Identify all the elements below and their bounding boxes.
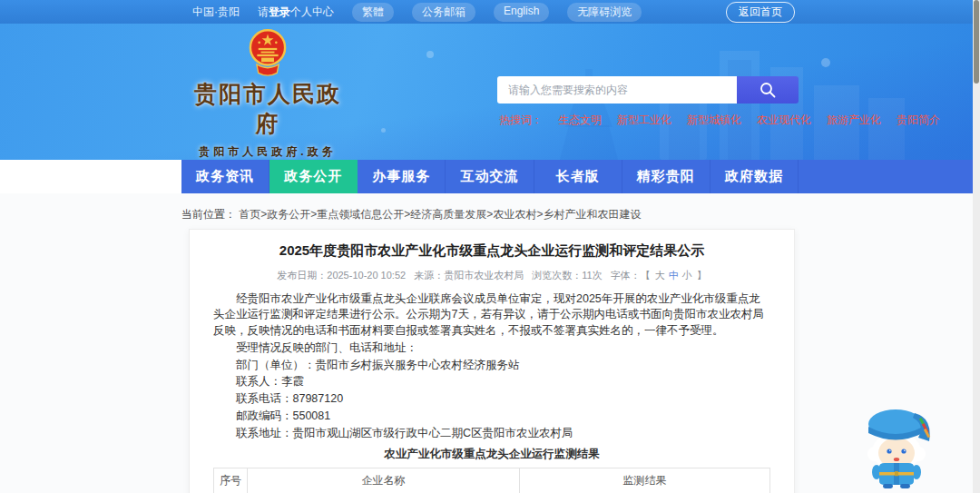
nav-tab[interactable]: 办事服务 — [358, 160, 446, 193]
topbar-pill-list: 繁體公务邮箱English无障碍浏览 — [352, 3, 642, 22]
search-input[interactable] — [497, 76, 737, 104]
article-source: 来源：贵阳市农业农村局 — [414, 270, 524, 281]
login-prefix: 请 — [258, 5, 269, 18]
monitoring-result-table: 序号 企业名称 监测结果 1 贵州合力超市采购有限公司 合格 2 贵州友禾种业有… — [213, 468, 770, 493]
nav-tab-label: 政务资讯 — [196, 168, 254, 185]
nav-tab[interactable]: 政务公开 — [270, 160, 358, 193]
national-emblem-icon — [248, 28, 288, 77]
font-size-button[interactable]: 中 — [669, 270, 679, 281]
nav-tab-label: 长者版 — [556, 168, 600, 185]
topbar-pill-link[interactable]: 无障碍浏览 — [567, 3, 642, 22]
nav-tab[interactable]: 互动交流 — [446, 160, 534, 193]
article-title: 2025年度贵阳市农业产业化市级重点龙头企业运行监测和评定结果公示 — [213, 241, 770, 261]
article-paragraph: 部门（单位）：贵阳市乡村振兴服务中心农村经济服务站 — [213, 358, 770, 374]
hot-search-row: 热搜词： 生态文明新型工业化新型城镇化农业现代化旅游产业化贵阳简介 — [499, 113, 940, 128]
col-header-company: 企业名称 — [247, 468, 519, 493]
article-paragraph: 联系人：李霞 — [213, 374, 770, 390]
article-paragraph: 邮政编码：550081 — [213, 409, 770, 425]
hot-search-label: 热搜词： — [499, 113, 543, 128]
hot-search-term-link[interactable]: 生态文明 — [558, 113, 602, 128]
article-meta: 发布日期：2025-10-20 10:52 来源：贵阳市农业农村局 浏览次数：1… — [213, 269, 770, 282]
font-size-controls: 大中小 — [653, 270, 694, 281]
site-subtitle: 贵阳市人民政府.政务 — [184, 144, 351, 160]
site-title: 贵阳市人民政府 — [184, 79, 351, 139]
site-banner: 贵阳市人民政府 贵阳市人民政府.政务 www.guiyang.gov.cn 热搜… — [0, 24, 973, 160]
topbar-pill-link[interactable]: 繁體 — [352, 3, 394, 22]
site-logo[interactable]: 贵阳市人民政府 贵阳市人民政府.政务 www.guiyang.gov.cn — [184, 28, 351, 160]
nav-tab-label: 政务公开 — [284, 168, 342, 185]
search-button[interactable] — [737, 76, 799, 104]
nav-tab-label: 办事服务 — [372, 168, 430, 185]
breadcrumb: 当前位置： 首页>政务公开>重点领域信息公开>经济高质量发展>农业农村>乡村产业… — [181, 207, 641, 222]
article-body: 经贵阳市农业产业化市级重点龙头企业联席会议成员单位审定，现对2025年开展的农业… — [213, 291, 770, 442]
breadcrumb-label: 当前位置： — [181, 208, 236, 221]
hot-search-terms: 生态文明新型工业化新型城镇化农业现代化旅游产业化贵阳简介 — [558, 113, 940, 128]
assistant-mascot[interactable] — [855, 399, 938, 490]
font-size-label: 字体：【 — [611, 270, 651, 281]
nav-tab-list: 政务资讯政务公开办事服务互动交流长者版精彩贵阳政府数据 — [181, 160, 799, 193]
article-paragraph: 联系电话：87987120 — [213, 391, 770, 408]
view-count: 浏览次数：11次 — [532, 270, 602, 281]
nav-tab[interactable]: 精彩贵阳 — [622, 160, 710, 193]
font-size-label-end: 】 — [697, 270, 707, 281]
region-link[interactable]: 中国·贵阳 — [192, 5, 240, 20]
article-paragraph: 受理情况反映的部门、电话和地址： — [213, 340, 770, 357]
login-suffix: 个人中心 — [290, 5, 334, 18]
back-home-button[interactable]: 返回首页 — [726, 2, 795, 23]
hot-search-term-link[interactable]: 农业现代化 — [757, 113, 811, 128]
hot-search-term-link[interactable]: 旅游产业化 — [827, 113, 881, 128]
scrollbar-thumb[interactable] — [974, 0, 979, 84]
topbar-pill-link[interactable]: English — [494, 3, 549, 22]
col-header-result: 监测结果 — [520, 468, 770, 493]
search-bar — [497, 76, 799, 104]
login-bold: 登录 — [269, 5, 290, 18]
nav-tab[interactable]: 长者版 — [534, 160, 622, 193]
hot-search-term-link[interactable]: 新型工业化 — [617, 113, 671, 128]
topbar-pill-link[interactable]: 公务邮箱 — [412, 3, 475, 22]
scrollbar-track[interactable] — [973, 0, 980, 493]
nav-tab-label: 政府数据 — [725, 168, 783, 185]
font-size-button[interactable]: 小 — [682, 270, 692, 281]
hot-search-term-link[interactable]: 贵阳简介 — [897, 113, 940, 128]
table-header-row: 序号 企业名称 监测结果 — [214, 468, 770, 493]
nav-tab[interactable]: 政府数据 — [710, 160, 799, 193]
publish-date: 发布日期：2025-10-20 10:52 — [277, 270, 406, 281]
top-utility-bar: 中国·贵阳 请登录个人中心 繁體公务邮箱English无障碍浏览 返回首页 — [0, 0, 973, 24]
breadcrumb-path[interactable]: 首页>政务公开>重点领域信息公开>经济高质量发展>农业农村>乡村产业和农田建设 — [239, 208, 641, 221]
main-navigation: 政务资讯政务公开办事服务互动交流长者版精彩贵阳政府数据 — [181, 160, 973, 193]
table-caption: 农业产业化市级重点龙头企业运行监测结果 — [213, 447, 770, 462]
article-paragraph: 联系地址：贵阳市观山湖区市级行政中心二期C区贵阳市农业农村局 — [213, 426, 770, 442]
hot-search-term-link[interactable]: 新型城镇化 — [687, 113, 741, 128]
article-card: 2025年度贵阳市农业产业化市级重点龙头企业运行监测和评定结果公示 发布日期：2… — [189, 229, 795, 493]
nav-tab-label: 精彩贵阳 — [637, 168, 695, 185]
login-link[interactable]: 请登录个人中心 — [258, 5, 334, 20]
article-paragraph: 经贵阳市农业产业化市级重点龙头企业联席会议成员单位审定，现对2025年开展的农业… — [213, 291, 770, 340]
nav-tab[interactable]: 政务资讯 — [181, 160, 270, 193]
col-header-index: 序号 — [214, 468, 248, 493]
nav-tab-label: 互动交流 — [460, 168, 518, 185]
search-icon — [759, 81, 777, 99]
font-size-button[interactable]: 大 — [655, 270, 665, 281]
